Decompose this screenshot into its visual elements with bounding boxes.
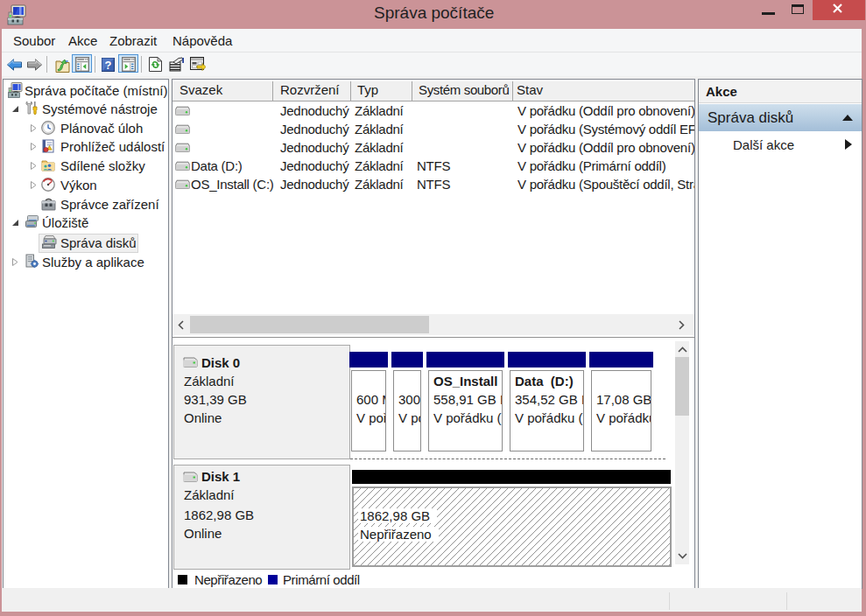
svg-text:?: ? bbox=[105, 59, 112, 72]
